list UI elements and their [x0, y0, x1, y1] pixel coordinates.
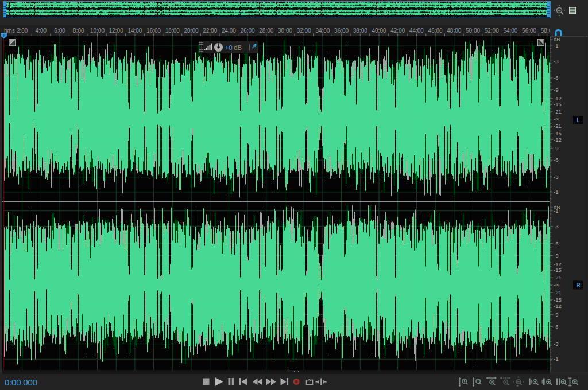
svg-text:18:00: 18:00 — [165, 28, 180, 34]
svg-text:-21: -21 — [554, 123, 562, 129]
svg-text:-21: -21 — [554, 108, 562, 115]
svg-text:-3: -3 — [554, 223, 558, 229]
svg-text:-∞: -∞ — [554, 116, 559, 122]
svg-text:30:00: 30:00 — [278, 28, 292, 34]
svg-text:50:00: 50:00 — [466, 28, 480, 34]
svg-text:40:00: 40:00 — [372, 28, 386, 34]
svg-text:20:00: 20:00 — [184, 28, 198, 34]
svg-text:8:00: 8:00 — [73, 28, 84, 34]
svg-text:28:00: 28:00 — [259, 28, 273, 34]
svg-text:58:00: 58:00 — [541, 28, 550, 34]
svg-text:32:00: 32:00 — [297, 28, 311, 34]
svg-text:14:00: 14:00 — [127, 28, 142, 34]
svg-text:10:00: 10:00 — [90, 28, 105, 34]
svg-text:-12: -12 — [554, 95, 562, 102]
svg-text:56:00: 56:00 — [522, 28, 536, 34]
svg-text:-15: -15 — [554, 297, 562, 303]
svg-text:34:00: 34:00 — [315, 28, 330, 34]
svg-text:26:00: 26:00 — [241, 28, 255, 34]
svg-text:-9: -9 — [554, 87, 558, 93]
svg-text:36:00: 36:00 — [334, 28, 349, 34]
svg-text:-15: -15 — [554, 101, 562, 107]
svg-text:-15: -15 — [554, 267, 562, 273]
svg-text:-∞: -∞ — [554, 282, 559, 288]
svg-text:-1: -1 — [554, 42, 558, 49]
svg-text:-12: -12 — [554, 136, 562, 143]
svg-text:-9: -9 — [554, 311, 558, 318]
svg-text:4:00: 4:00 — [36, 28, 47, 34]
svg-text:-3: -3 — [554, 58, 558, 64]
svg-text:-12: -12 — [554, 261, 562, 267]
svg-text:6:00: 6:00 — [54, 28, 65, 34]
svg-text:-6: -6 — [554, 157, 558, 163]
svg-text:-1: -1 — [554, 208, 558, 214]
svg-text:-6: -6 — [554, 323, 558, 330]
svg-text:-21: -21 — [554, 289, 562, 295]
svg-text:-21: -21 — [554, 274, 562, 280]
svg-text:-9: -9 — [554, 252, 558, 259]
svg-text:44:00: 44:00 — [409, 28, 424, 34]
svg-text:dB: dB — [554, 36, 560, 42]
svg-text:48:00: 48:00 — [447, 28, 461, 34]
svg-text:-6: -6 — [554, 75, 558, 81]
svg-text:-12: -12 — [554, 303, 562, 309]
svg-text:-1: -1 — [554, 356, 558, 362]
svg-text:52:00: 52:00 — [485, 28, 499, 34]
svg-text:-6: -6 — [554, 240, 558, 247]
svg-text:-9: -9 — [554, 145, 558, 151]
svg-text:-3: -3 — [554, 341, 558, 347]
svg-text:38:00: 38:00 — [353, 28, 368, 34]
svg-text:16:00: 16:00 — [146, 28, 161, 34]
svg-text:-3: -3 — [554, 174, 558, 180]
svg-text:2:00: 2:00 — [17, 28, 28, 34]
svg-text:-15: -15 — [554, 130, 562, 136]
svg-text:46:00: 46:00 — [428, 28, 443, 34]
svg-text:-1: -1 — [554, 189, 558, 195]
svg-text:42:00: 42:00 — [390, 28, 405, 34]
svg-text:54:00: 54:00 — [503, 28, 517, 34]
svg-text:24:00: 24:00 — [222, 28, 236, 34]
svg-text:12:00: 12:00 — [109, 28, 123, 34]
svg-text:R: R — [576, 282, 581, 288]
svg-text:22:00: 22:00 — [203, 28, 217, 34]
svg-text:L: L — [577, 117, 580, 123]
